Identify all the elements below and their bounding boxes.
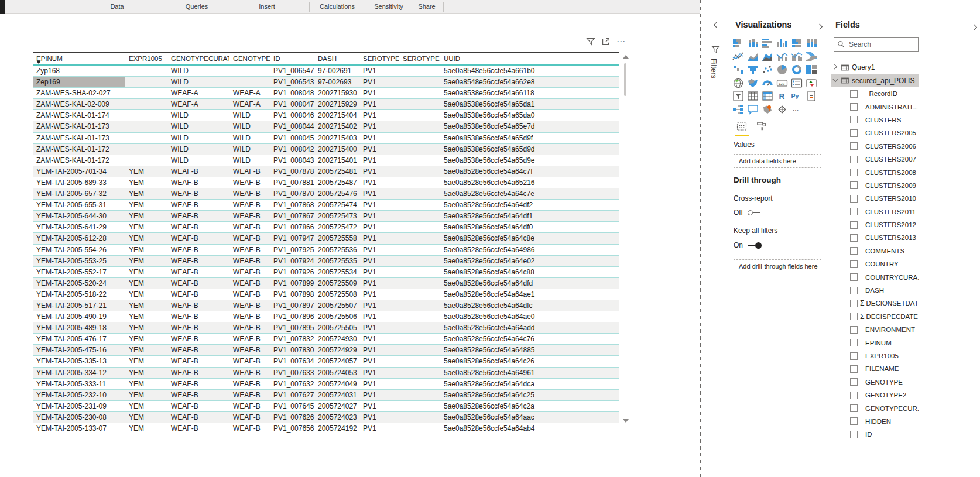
- table-cell[interactable]: 2005725507: [314, 300, 359, 311]
- area-chart-icon[interactable]: [747, 51, 762, 64]
- table-cell[interactable]: 2005725474: [314, 200, 359, 210]
- field-row-clusters2011[interactable]: CLUSTERS2011: [831, 205, 919, 218]
- table-cell[interactable]: YEM-TAI-2005-689-33: [33, 177, 125, 188]
- table-row[interactable]: YEM-TAI-2005-701-34YEMWEAF-BWEAF-BPV1_00…: [33, 166, 619, 177]
- table-cell[interactable]: WEAF-B: [167, 356, 229, 366]
- table-cell[interactable]: 5ae0a8528e56ccfe54a64c7e: [440, 188, 547, 199]
- table-cell[interactable]: PV1_007925: [270, 245, 314, 255]
- table-row[interactable]: YEM-TAI-2005-489-18YEMWEAF-BWEAF-BPV1_00…: [33, 322, 619, 334]
- table-cell[interactable]: WEAF-B: [229, 322, 270, 333]
- table-cell[interactable]: WEAF-B: [167, 379, 229, 389]
- table-cell[interactable]: [125, 99, 167, 109]
- waterfall-chart-icon[interactable]: [732, 64, 747, 77]
- table-cell[interactable]: YEM: [125, 245, 167, 255]
- add-data-fields-dropzone[interactable]: Add data fields here: [734, 154, 821, 168]
- format-pane-toggle-icon[interactable]: [755, 121, 769, 133]
- table-row[interactable]: YEM-TAI-2005-552-17YEMWEAF-BWEAF-BPV1_00…: [33, 267, 619, 278]
- field-row-clusters[interactable]: CLUSTERS: [831, 114, 919, 126]
- table-cell[interactable]: 2005725536: [314, 245, 359, 255]
- focus-mode-icon[interactable]: [601, 36, 611, 47]
- field-checkbox[interactable]: [850, 142, 858, 150]
- table-cell[interactable]: [399, 334, 440, 344]
- table-cell[interactable]: WEAF-B: [167, 345, 229, 355]
- table-cell[interactable]: [399, 177, 440, 188]
- table-cell[interactable]: PV1_007626: [270, 412, 314, 423]
- column-header-id[interactable]: ID: [270, 53, 314, 64]
- table-cell[interactable]: PV1_007867: [270, 211, 314, 221]
- table-cell[interactable]: WEAF-B: [229, 233, 270, 243]
- table-cell[interactable]: WEAF-B: [229, 379, 270, 389]
- table-cell[interactable]: PV1: [359, 311, 399, 322]
- table-cell[interactable]: WEAF-B: [229, 345, 270, 355]
- filled-map-icon[interactable]: [747, 77, 762, 91]
- field-checkbox[interactable]: [850, 181, 858, 189]
- table-cell[interactable]: WEAF-B: [229, 200, 270, 210]
- table-cell[interactable]: 5ae0a8528e56ccfe54a64c26: [440, 356, 547, 366]
- field-checkbox[interactable]: [850, 273, 858, 281]
- table-cell[interactable]: PV1_007878: [270, 166, 314, 177]
- table-row[interactable]: YEM-TAI-2005-231-09YEMWEAF-BWEAF-BPV1_00…: [33, 401, 619, 412]
- table-cell[interactable]: 2005724027: [314, 401, 359, 411]
- table-row[interactable]: ZAM-WES-KAL-01-174WILDWILDPV1_0080462002…: [33, 110, 619, 121]
- field-checkbox[interactable]: [850, 221, 858, 229]
- table-cell[interactable]: YEM: [125, 412, 167, 423]
- collapse-visualizations-chevron-icon[interactable]: [817, 22, 824, 32]
- table-cell[interactable]: 5ae0a8528e56ccfe54a64dca: [440, 379, 547, 389]
- table-cell[interactable]: 5ae0a8528e56ccfe54a64961: [440, 368, 547, 378]
- scatter-chart-icon[interactable]: [762, 64, 776, 77]
- table-cell[interactable]: 5ae0a8528e56ccfe54a64ab4: [440, 423, 547, 434]
- table-cell[interactable]: PV1: [359, 379, 399, 389]
- table-cell[interactable]: WEAF-B: [167, 289, 229, 300]
- table-cell[interactable]: [399, 379, 440, 389]
- table-cell[interactable]: PV1: [359, 222, 399, 232]
- table-cell[interactable]: WEAF-A: [229, 88, 270, 98]
- table-cell[interactable]: WEAF-A: [229, 99, 270, 109]
- table-cell[interactable]: PV1: [359, 144, 399, 155]
- ribbon-tab-queries[interactable]: Queries: [186, 3, 208, 10]
- table-cell[interactable]: [125, 77, 167, 87]
- table-cell[interactable]: PV1_007924: [270, 256, 314, 266]
- table-cell[interactable]: 2005725472: [314, 222, 359, 232]
- table-row[interactable]: YEM-TAI-2005-520-24YEMWEAF-BWEAF-BPV1_00…: [33, 278, 619, 289]
- table-cell[interactable]: PV1: [359, 390, 399, 400]
- field-checkbox[interactable]: [850, 260, 858, 268]
- table-cell[interactable]: PV1_007947: [270, 233, 314, 243]
- table-cell[interactable]: WEAF-B: [167, 334, 229, 344]
- table-row[interactable]: ZAM-WES-KAL-01-172WILDWILDPV1_0080422002…: [33, 144, 619, 155]
- table-cell[interactable]: 5ae0a8528e56ccfe54a64df2: [440, 200, 547, 210]
- table-cell[interactable]: YEM-TAI-2005-490-19: [33, 311, 125, 322]
- table-cell[interactable]: [399, 155, 440, 166]
- table-cell[interactable]: YEM: [125, 401, 167, 411]
- table-cell[interactable]: 97-002693: [314, 77, 359, 87]
- table-row[interactable]: YEM-TAI-2005-612-28YEMWEAF-BWEAF-BPV1_00…: [33, 233, 619, 244]
- gauge-icon[interactable]: [762, 77, 776, 91]
- table-cell[interactable]: YEM: [125, 334, 167, 344]
- table-cell[interactable]: 5ae0a8538e56ccfe54a65d9d: [440, 144, 547, 155]
- table-row[interactable]: Zyp168WILDPV1_00654797-002691PV15ae0a854…: [33, 66, 619, 77]
- funnel-chart-icon[interactable]: [747, 64, 762, 77]
- r-script-visual-icon[interactable]: R: [776, 90, 791, 104]
- table-cell[interactable]: ZAM-WES-KAL-02-009: [33, 99, 125, 109]
- table-cell[interactable]: YEM: [125, 177, 167, 188]
- matrix-icon[interactable]: [762, 90, 776, 104]
- table-cell[interactable]: YEM-TAI-2005-335-13: [33, 356, 125, 366]
- table-cell[interactable]: 5ae0a8528e56ccfe54a64aac: [440, 412, 547, 423]
- table-cell[interactable]: [399, 390, 440, 400]
- table-cell[interactable]: WILD: [229, 144, 270, 155]
- table-cell[interactable]: WEAF-B: [229, 390, 270, 400]
- table-cell[interactable]: 2005724031: [314, 390, 359, 400]
- table-cell[interactable]: 5ae0a8528e56ccfe54a64add: [440, 322, 547, 333]
- table-cell[interactable]: WILD: [229, 121, 270, 132]
- table-cell[interactable]: [399, 267, 440, 277]
- table-cell[interactable]: [399, 110, 440, 121]
- table-cell[interactable]: WILD: [167, 155, 229, 166]
- table-row[interactable]: ZAM-WES-KAL-01-172WILDWILDPV1_0080432002…: [33, 155, 619, 166]
- table-cell[interactable]: YEM-TAI-2005-518-22: [33, 289, 125, 300]
- table-cell[interactable]: YEM-TAI-2005-133-07: [33, 423, 125, 434]
- table-cell[interactable]: [399, 211, 440, 221]
- table-cell[interactable]: YEM: [125, 322, 167, 333]
- field-row-hidden[interactable]: HIDDEN: [831, 415, 919, 428]
- clustered-bar-chart-icon[interactable]: [762, 37, 776, 51]
- column-header-genotype[interactable]: GENOTYPE: [229, 53, 270, 64]
- table-cell[interactable]: YEM-TAI-2005-641-29: [33, 222, 125, 232]
